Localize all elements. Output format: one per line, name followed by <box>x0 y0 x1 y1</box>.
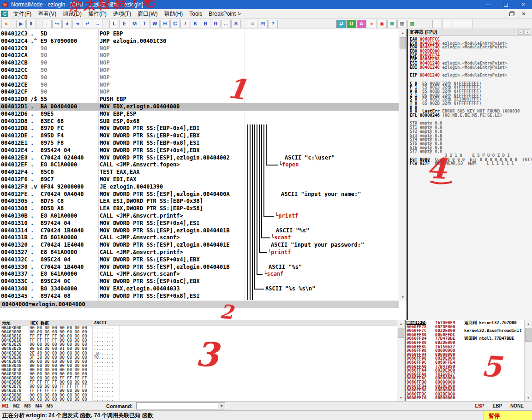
disasm-row[interactable]: 00401345. 897424 08MOV DWORD PTR SS:[ESP… <box>0 293 399 300</box>
scroll-down-icon[interactable]: ▼ <box>397 394 405 401</box>
disasm-row[interactable]: 00401308. 8D5D A8LEA EBX,DWORD PTR SS:[E… <box>0 205 399 213</box>
step-into-button[interactable]: ↓ <box>42 20 52 28</box>
menu-item-4[interactable]: 选项(T) <box>110 9 134 18</box>
disasm-row[interactable]: 004012F6. 89C7MOV EDI,EAX <box>0 176 399 183</box>
menu-item-3[interactable]: 插件(P) <box>85 9 110 18</box>
disasm-row[interactable]: 004012EF. E8 8C1A0000CALL <JMP.&msvcrt.f… <box>0 161 399 169</box>
disasm-row[interactable]: 004012D1. BA 00404000MOV EDX,ezlogin.004… <box>0 103 399 111</box>
disasm-row[interactable]: 004012F8.v 0F84 92000000JE ezlogin.00401… <box>0 183 399 191</box>
disasm-row[interactable]: 004012CD 90NOP <box>0 74 399 82</box>
register-line[interactable]: EFL 00000246 (NO,NB,E,BE,NS,PE,GE,LE) <box>410 113 532 118</box>
scroll-up-icon[interactable]: ▲ <box>399 29 406 36</box>
open-file-button[interactable]: ■ <box>1 20 11 28</box>
tab-m3[interactable]: M3 <box>22 402 33 410</box>
disasm-row[interactable]: 004012C4.^ E9 67090000JMP ezlogin.00401C… <box>0 38 399 45</box>
tab-m4[interactable]: M4 <box>33 402 44 410</box>
stack-pane[interactable]: 0060FF74767D00F9返回到 kernel32.767D000060F… <box>406 320 532 401</box>
disasm-row[interactable]: 004012D8. 83EC 68SUB ESP,0x68 <box>0 118 399 125</box>
trace-over-button[interactable]: ↠ <box>72 20 82 28</box>
toggle-ebp[interactable]: EBP <box>493 403 502 408</box>
plugin-u-button[interactable]: U <box>347 20 356 28</box>
stack-row[interactable]: 0060FFC000000000 <box>406 396 525 400</box>
disasm-row[interactable]: 004012D0/$ 55PUSH EBP <box>0 96 399 103</box>
registers-next-button[interactable]: › <box>525 30 530 35</box>
options-button[interactable]: ≡ <box>248 20 257 28</box>
disasm-row[interactable]: 00401340. B8 33404000MOV EAX,ezlogin.004… <box>0 285 399 293</box>
view-cpu-button[interactable]: C <box>170 20 180 28</box>
scroll-down-icon[interactable]: ▼ <box>525 394 532 401</box>
disasm-row[interactable]: 004012CA 90NOP <box>0 52 399 59</box>
registers-prev-button[interactable]: ‹ <box>518 30 524 35</box>
go-to-address-button[interactable]: → <box>93 20 102 28</box>
disasm-row[interactable]: 0040132C. 895C24 04MOV DWORD PTR SS:[ESP… <box>0 256 399 264</box>
extra-button-4[interactable] <box>463 20 472 28</box>
plugin-a-button[interactable]: A <box>357 20 366 28</box>
menu-item-5[interactable]: 窗口(W) <box>134 9 161 18</box>
view-references-button[interactable]: R <box>211 20 221 28</box>
mdi-restore-button[interactable] <box>509 12 514 16</box>
view-windows-button[interactable]: W <box>150 20 160 28</box>
plugin-swap-button[interactable]: ⇄ <box>336 20 346 28</box>
disasm-row[interactable]: 00401320. C70424 1E4040MOV DWORD PTR SS:… <box>0 242 399 249</box>
disasm-row[interactable]: 004012CE 90NOP <box>0 82 399 89</box>
disasm-row[interactable]: 0040131B. E8 801A0000CALL <JMP.&msvcrt.s… <box>0 234 399 242</box>
disasm-row[interactable]: 00401337. E8 641A0000CALL <JMP.&msvcrt.s… <box>0 271 399 278</box>
info-pane-line[interactable]: 00404000=ezlogin.00404000 <box>0 301 399 308</box>
maximize-button[interactable] <box>497 0 514 9</box>
menu-item-2[interactable]: 调试(D) <box>60 9 85 18</box>
scroll-up-icon[interactable]: ▲ <box>525 320 532 327</box>
dump-scrollbar[interactable]: ▲ ▼ <box>397 320 405 401</box>
disasm-row[interactable]: 004012E1. 8975 F8MOV DWORD PTR SS:[EBP-0… <box>0 140 399 147</box>
plugin-teal-button[interactable]: ▣ <box>387 20 397 28</box>
close-button[interactable]: × <box>514 0 532 9</box>
toggle-none[interactable]: NONE <box>510 403 524 408</box>
toggle-esp[interactable]: ESP <box>475 403 484 408</box>
view-breakpoints-button[interactable]: B <box>201 20 210 28</box>
run-button[interactable]: ▶ <box>16 20 26 28</box>
minimize-button[interactable]: — <box>479 0 497 9</box>
disasm-row[interactable]: 004012C3. 5DPOP EBP <box>0 30 399 38</box>
pause-button[interactable]: ‖ <box>26 20 36 28</box>
register-line[interactable]: FCW 027F 精度 NEAR,53 掩码 1 1 1 1 1 1 <box>410 161 532 166</box>
disasm-row[interactable]: 00401330. C70424 1B4040MOV DWORD PTR SS:… <box>0 264 399 271</box>
view-threads-button[interactable]: T <box>140 20 149 28</box>
plugin-orange-dot-button[interactable]: ● <box>367 20 377 28</box>
registers-pane[interactable]: 寄存器 (FPU) ‹ › EAX 0060FFCCECX 00401240 e… <box>408 29 532 320</box>
disasm-row[interactable]: 004012F4. 85C0TEST EAX,EAX <box>0 169 399 176</box>
menu-item-7[interactable]: Tools <box>186 9 205 18</box>
plugin-green-button[interactable]: ▩ <box>407 20 417 28</box>
memory-dump-pane[interactable]: 地址 HEX 数据 ASCII 0040300000 00 00 00 00 0… <box>0 320 405 401</box>
dump-scrollbar-thumb[interactable] <box>398 328 404 338</box>
disasm-row[interactable]: 004012FE. C70424 0A4040MOV DWORD PTR SS:… <box>0 191 399 198</box>
stack-scrollbar-thumb[interactable] <box>525 328 532 342</box>
help-button[interactable]: ? <box>268 20 278 28</box>
view-log-button[interactable]: L <box>109 20 119 28</box>
view-handles-button[interactable]: H <box>160 20 170 28</box>
view-run-trace-button[interactable]: ... <box>221 20 231 28</box>
command-input[interactable] <box>136 402 218 409</box>
scroll-down-icon[interactable]: ▼ <box>399 293 406 301</box>
disasm-row[interactable]: 00401314. C70424 1B4040MOV DWORD PTR SS:… <box>0 227 399 235</box>
view-source-button[interactable]: S <box>231 20 241 28</box>
disasm-row[interactable]: 004012DE. 895D F4MOV DWORD PTR SS:[EBP-0… <box>0 132 399 140</box>
register-line[interactable]: EIP 00401240 ezlogin.<ModuleEntryPoint> <box>410 73 532 77</box>
view-executables-button[interactable]: E <box>120 20 129 28</box>
menu-item-1[interactable]: 查看(V) <box>35 9 60 18</box>
disasm-row[interactable]: 0040130B. E8 A01A0000CALL <JMP.&msvcrt.p… <box>0 213 399 220</box>
disasm-row[interactable]: 004012CB 90NOP <box>0 59 399 67</box>
disasm-row[interactable]: 004012CC 90NOP <box>0 67 399 74</box>
stack-scrollbar[interactable]: ▲ ▼ <box>524 320 532 401</box>
command-dropdown-icon[interactable]: ▼ <box>218 402 225 409</box>
disasm-scrollbar-thumb[interactable] <box>400 37 406 49</box>
appearance-button[interactable]: ▤ <box>258 20 268 28</box>
disasm-row[interactable]: 0040133C. 895C24 0CMOV DWORD PTR SS:[ESP… <box>0 278 399 285</box>
view-memory-button[interactable]: M <box>130 20 139 28</box>
register-line[interactable]: EDI 00401240 ezlogin.<ModuleEntryPoint> <box>410 65 532 70</box>
extra-button-2[interactable] <box>442 20 452 28</box>
menu-item-0[interactable]: 文件(F) <box>10 9 35 18</box>
extra-button-1[interactable] <box>432 20 442 28</box>
disasm-row[interactable]: 00401305. 8D75 C8LEA ESI,DWORD PTR SS:[E… <box>0 198 399 205</box>
disasm-row[interactable]: 004012D6. 89E5MOV EBP,ESP <box>0 111 399 118</box>
register-line[interactable]: T 0 GS 002B 32位 0(FFFFFFFF) <box>410 101 532 106</box>
disasm-row[interactable]: 004012C9 90NOP <box>0 45 399 53</box>
